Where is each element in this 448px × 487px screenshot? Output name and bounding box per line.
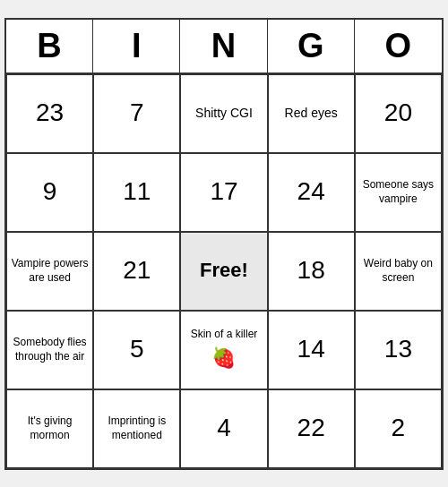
header-letter-b: B — [6, 20, 93, 73]
bingo-cell-0: 23 — [6, 74, 93, 153]
bingo-grid: 237Shitty CGIRed eyes209111724Someone sa… — [6, 74, 442, 468]
bingo-cell-11: 21 — [93, 232, 180, 311]
header-letter-n: N — [180, 20, 267, 73]
bingo-cell-9: Someone says vampire — [355, 153, 442, 232]
bingo-cell-23: 22 — [268, 389, 355, 468]
bingo-cell-17: Skin of a killer🍓 — [180, 311, 267, 389]
bingo-cell-18: 14 — [268, 311, 355, 389]
cell-text: Skin of a killer — [191, 328, 258, 342]
bingo-header: BINGO — [6, 20, 442, 74]
bingo-cell-4: 20 — [355, 74, 442, 153]
bingo-cell-10: Vampire powers are used — [6, 232, 93, 311]
bingo-cell-24: 2 — [355, 389, 442, 468]
bingo-card: BINGO 237Shitty CGIRed eyes209111724Some… — [4, 18, 444, 470]
bingo-cell-2: Shitty CGI — [180, 74, 267, 153]
bingo-cell-1: 7 — [93, 74, 180, 153]
bingo-cell-16: 5 — [93, 311, 180, 389]
bingo-cell-7: 17 — [180, 153, 267, 232]
header-letter-i: I — [93, 20, 180, 73]
bingo-cell-12: Free! — [180, 232, 267, 311]
bingo-cell-14: Weird baby on screen — [355, 232, 442, 311]
cell-emoji: 🍓 — [211, 346, 236, 372]
bingo-cell-5: 9 — [6, 153, 93, 232]
bingo-cell-15: Somebody flies through the air — [6, 311, 93, 389]
bingo-cell-8: 24 — [268, 153, 355, 232]
header-letter-g: G — [268, 20, 355, 73]
bingo-cell-20: It's giving mormon — [6, 389, 93, 468]
header-letter-o: O — [355, 20, 442, 73]
bingo-cell-19: 13 — [355, 311, 442, 389]
bingo-cell-22: 4 — [180, 389, 267, 468]
bingo-cell-13: 18 — [268, 232, 355, 311]
bingo-cell-6: 11 — [93, 153, 180, 232]
bingo-cell-21: Imprinting is mentioned — [93, 389, 180, 468]
bingo-cell-3: Red eyes — [268, 74, 355, 153]
